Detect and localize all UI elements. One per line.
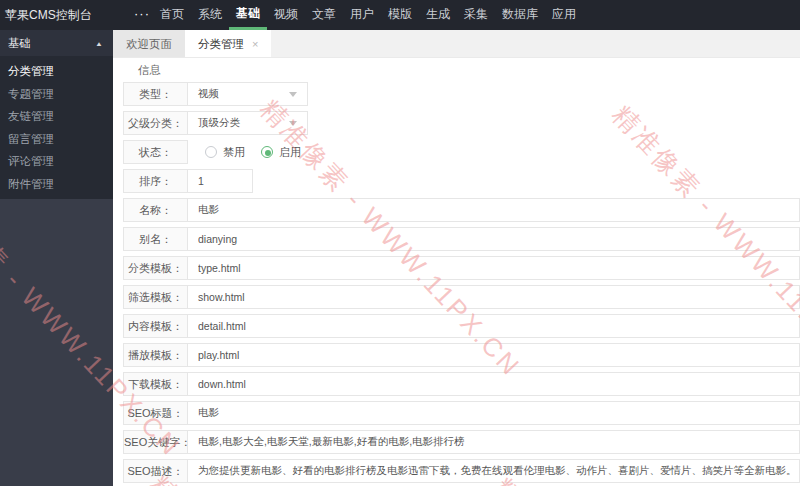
close-icon[interactable]: ×: [252, 38, 258, 50]
form-row-seo-keywords: SEO关键字：: [123, 430, 800, 454]
nav-item-database[interactable]: 数据库: [495, 0, 545, 30]
name-label: 名称：: [123, 198, 188, 222]
play-template-field: [188, 343, 800, 367]
category-template-label: 分类模板：: [123, 256, 188, 280]
form-row-filter-template: 筛选模板：: [123, 285, 800, 309]
tab-welcome[interactable]: 欢迎页面: [113, 30, 185, 57]
form-row-category-template: 分类模板：: [123, 256, 800, 280]
sort-field: [188, 169, 253, 193]
seo-keywords-field: [188, 430, 800, 454]
seo-keywords-label: SEO关键字：: [123, 430, 188, 454]
sidebar-group-label: 基础: [8, 36, 31, 51]
seo-keywords-input[interactable]: [188, 432, 799, 452]
type-label: 类型：: [123, 82, 188, 106]
radio-disabled[interactable]: 禁用: [205, 145, 245, 160]
sidebar-item-topic[interactable]: 专题管理: [0, 83, 113, 106]
category-template-input[interactable]: [188, 258, 799, 278]
alias-input[interactable]: [188, 229, 799, 249]
tab-bar: 欢迎页面 分类管理×: [113, 30, 800, 58]
sidebar-item-category[interactable]: 分类管理: [0, 60, 113, 83]
nav-item-user[interactable]: 用户: [343, 0, 381, 30]
radio-enabled-label: 启用: [279, 145, 301, 160]
name-input[interactable]: [188, 200, 799, 220]
sidebar-item-attachment[interactable]: 附件管理: [0, 173, 113, 196]
sidebar-item-comment[interactable]: 评论管理: [0, 150, 113, 173]
type-select-value: 视频: [188, 87, 219, 101]
nav-item-collect[interactable]: 采集: [457, 0, 495, 30]
nav-item-article[interactable]: 文章: [305, 0, 343, 30]
category-template-field: [188, 256, 800, 280]
status-radio-group: 禁用 启用: [188, 140, 317, 164]
form-row-seo-title: SEO标题：: [123, 401, 800, 425]
sort-input[interactable]: [188, 171, 252, 191]
down-template-field: [188, 372, 800, 396]
content-template-input[interactable]: [188, 316, 799, 336]
down-template-label: 下载模板：: [123, 372, 188, 396]
collapse-up-icon: ▲: [95, 39, 103, 46]
nav-item-template[interactable]: 模版: [381, 0, 419, 30]
nav-item-app[interactable]: 应用: [545, 0, 583, 30]
filter-template-field: [188, 285, 800, 309]
main-content: 欢迎页面 分类管理× 信息 类型： 视频 父级分类： 顶级分类 状态：: [113, 30, 800, 486]
nav-item-home[interactable]: 首页: [153, 0, 191, 30]
seo-title-field: [188, 401, 800, 425]
nav-item-video[interactable]: 视频: [267, 0, 305, 30]
form-row-sort: 排序：: [123, 169, 800, 193]
alias-field: [188, 227, 800, 251]
form-row-type: 类型： 视频: [123, 82, 800, 106]
sidebar-item-message[interactable]: 留言管理: [0, 128, 113, 151]
radio-icon: [205, 146, 217, 158]
tab-category-label: 分类管理: [198, 38, 244, 50]
form-row-play-template: 播放模板：: [123, 343, 800, 367]
status-label: 状态：: [123, 140, 188, 164]
chevron-down-icon: [289, 121, 297, 126]
app-title: 苹果CMS控制台: [0, 0, 131, 30]
sort-label: 排序：: [123, 169, 188, 193]
sidebar-menu: 分类管理 专题管理 友链管理 留言管理 评论管理 附件管理: [0, 56, 113, 199]
category-form: 类型： 视频 父级分类： 顶级分类 状态： 禁用: [113, 82, 800, 483]
panel-title: 信息: [113, 58, 800, 82]
parent-select-value: 顶级分类: [188, 116, 240, 130]
more-icon[interactable]: ···: [131, 0, 153, 30]
seo-title-label: SEO标题：: [123, 401, 188, 425]
radio-checked-icon: [261, 146, 273, 158]
seo-title-input[interactable]: [188, 403, 799, 423]
alias-label: 别名：: [123, 227, 188, 251]
sidebar-group-basic[interactable]: 基础 ▲: [0, 30, 113, 56]
down-template-input[interactable]: [188, 374, 799, 394]
name-field: [188, 198, 800, 222]
nav-item-basic[interactable]: 基础: [229, 0, 267, 30]
nav-item-generate[interactable]: 生成: [419, 0, 457, 30]
form-row-content-template: 内容模板：: [123, 314, 800, 338]
seo-description-label: SEO描述：: [123, 459, 188, 483]
filter-template-label: 筛选模板：: [123, 285, 188, 309]
chevron-down-icon: [289, 92, 297, 97]
radio-disabled-label: 禁用: [223, 145, 245, 160]
form-row-name: 名称：: [123, 198, 800, 222]
form-row-alias: 别名：: [123, 227, 800, 251]
parent-label: 父级分类：: [123, 111, 188, 135]
form-row-status: 状态： 禁用 启用: [123, 140, 800, 164]
form-row-seo-description: SEO描述：: [123, 459, 800, 483]
play-template-label: 播放模板：: [123, 343, 188, 367]
form-row-parent: 父级分类： 顶级分类: [123, 111, 800, 135]
content-template-label: 内容模板：: [123, 314, 188, 338]
parent-select[interactable]: 顶级分类: [188, 111, 308, 135]
sidebar: 基础 ▲ 分类管理 专题管理 友链管理 留言管理 评论管理 附件管理: [0, 30, 113, 486]
form-row-down-template: 下载模板：: [123, 372, 800, 396]
tab-category[interactable]: 分类管理×: [185, 30, 271, 57]
radio-enabled[interactable]: 启用: [261, 145, 301, 160]
filter-template-input[interactable]: [188, 287, 799, 307]
play-template-input[interactable]: [188, 345, 799, 365]
type-select[interactable]: 视频: [188, 82, 308, 106]
seo-description-field: [188, 459, 800, 483]
content-template-field: [188, 314, 800, 338]
sidebar-item-links[interactable]: 友链管理: [0, 105, 113, 128]
seo-description-input[interactable]: [188, 461, 799, 481]
nav-item-system[interactable]: 系统: [191, 0, 229, 30]
top-navbar: 苹果CMS控制台 ··· 首页 系统 基础 视频 文章 用户 模版 生成 采集 …: [0, 0, 800, 30]
